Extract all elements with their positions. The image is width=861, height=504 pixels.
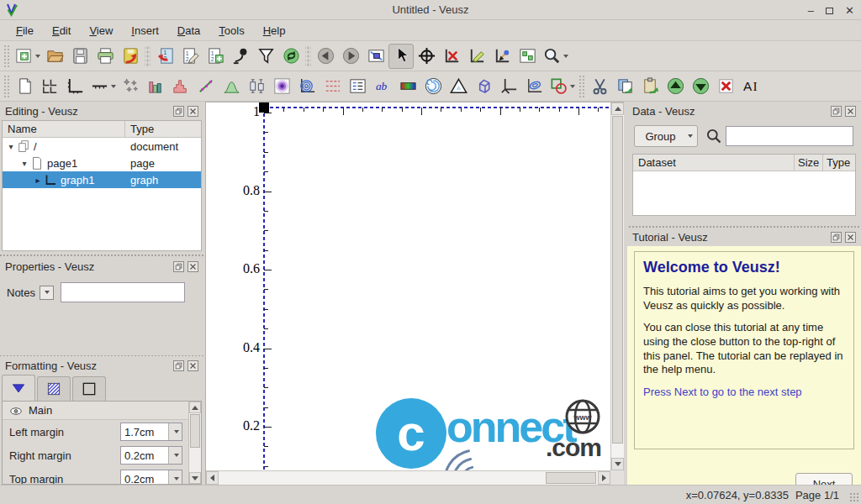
- expander-closed-icon[interactable]: ▸: [33, 176, 43, 185]
- zoom-into-graph-button[interactable]: [464, 44, 489, 69]
- zoom-axes-button[interactable]: [439, 44, 464, 69]
- menu-data[interactable]: Data: [168, 22, 209, 39]
- copy-widget-button[interactable]: [612, 74, 637, 99]
- menu-help[interactable]: Help: [254, 22, 295, 39]
- editing-close-button[interactable]: [188, 106, 198, 117]
- column-name[interactable]: Name: [3, 121, 125, 137]
- add-label-button[interactable]: ab: [370, 74, 395, 99]
- tree-row-page1[interactable]: ▾page1page: [3, 155, 201, 171]
- toolbar-drag-handle[interactable]: [3, 75, 9, 98]
- menu-view[interactable]: View: [80, 22, 122, 39]
- add-key-button[interactable]: [345, 74, 370, 99]
- add-histogram-button[interactable]: [168, 74, 193, 99]
- previous-page-button[interactable]: [313, 44, 338, 69]
- select-items-button[interactable]: [388, 44, 414, 69]
- rename-widget-button[interactable]: AI: [738, 74, 763, 99]
- reload-data-button[interactable]: [278, 44, 304, 69]
- maximize-button[interactable]: [826, 5, 833, 16]
- tutorial-close-button[interactable]: [845, 232, 856, 243]
- cut-widget-button[interactable]: [587, 74, 612, 99]
- setting-combo[interactable]: 0.2cm: [120, 446, 182, 465]
- tab-border-style[interactable]: [72, 376, 106, 401]
- data-float-button[interactable]: [831, 106, 842, 117]
- add-colorbar-button[interactable]: [395, 74, 420, 99]
- menu-tools[interactable]: Tools: [209, 22, 253, 39]
- formatting-scrollbar[interactable]: [188, 402, 201, 484]
- export-document-button[interactable]: [118, 44, 143, 69]
- resize-grip[interactable]: [849, 492, 859, 502]
- column-type[interactable]: Type: [823, 155, 855, 171]
- plot-vertical-scrollbar[interactable]: [610, 102, 624, 470]
- filter-data-button[interactable]: [253, 44, 278, 69]
- next-page-button[interactable]: [338, 44, 363, 69]
- column-type[interactable]: Type: [125, 121, 201, 137]
- zoom-menu-button[interactable]: [540, 44, 570, 69]
- delete-widget-button[interactable]: [713, 74, 738, 99]
- add-vectorfield-button[interactable]: [320, 74, 345, 99]
- formatting-close-button[interactable]: [188, 360, 198, 371]
- add-image-button[interactable]: [269, 74, 294, 99]
- close-button[interactable]: ✕: [845, 5, 854, 16]
- toolbar-drag-handle[interactable]: [3, 45, 9, 68]
- dataset-search-input[interactable]: [726, 126, 853, 146]
- add-fit-button[interactable]: [193, 74, 219, 99]
- new-document-button[interactable]: [12, 44, 42, 69]
- minimize-button[interactable]: –: [808, 5, 814, 16]
- add-ternary-button[interactable]: [446, 74, 471, 99]
- tab-fill-style[interactable]: [37, 376, 71, 401]
- setting-combo[interactable]: 1.7cm: [120, 423, 182, 441]
- add-contour-button[interactable]: [294, 74, 320, 99]
- data-close-button[interactable]: [845, 106, 856, 117]
- plot-page[interactable]: 10.80.60.40.2 c onnect www .com: [206, 102, 610, 470]
- zoom-plot-button[interactable]: [363, 44, 388, 69]
- menu-edit[interactable]: Edit: [43, 22, 80, 39]
- plot-view[interactable]: 10.80.60.40.2 c onnect www .com: [205, 102, 624, 485]
- plot-horizontal-scrollbar[interactable]: [206, 470, 610, 485]
- notes-dropdown-button[interactable]: [40, 286, 54, 300]
- add-polar-button[interactable]: [420, 74, 446, 99]
- view-whole-page-button[interactable]: [515, 44, 540, 69]
- expander-open-icon[interactable]: ▾: [19, 159, 29, 168]
- add-3d-scene-button[interactable]: [471, 74, 496, 99]
- column-dataset[interactable]: Dataset: [633, 155, 795, 171]
- setting-combo[interactable]: 0.2cm: [120, 470, 182, 485]
- create-dataset-button[interactable]: 12: [203, 44, 228, 69]
- add-graph-button[interactable]: [62, 74, 87, 99]
- add-axis-button[interactable]: [87, 74, 118, 99]
- tutorial-float-button[interactable]: [831, 232, 842, 243]
- recenter-graph-button[interactable]: [489, 44, 515, 69]
- expander-open-icon[interactable]: ▾: [6, 142, 16, 151]
- properties-float-button[interactable]: [173, 261, 184, 272]
- group-dropdown[interactable]: Group: [634, 125, 698, 147]
- properties-close-button[interactable]: [188, 261, 198, 272]
- menu-insert[interactable]: Insert: [122, 22, 168, 39]
- add-grid-button[interactable]: [37, 74, 62, 99]
- add-3d-function-button[interactable]: [521, 74, 547, 99]
- formatting-section-main[interactable]: Main: [3, 402, 201, 420]
- tree-row-graph1[interactable]: ▸graph1graph: [3, 171, 201, 188]
- add-function-button[interactable]: [219, 74, 244, 99]
- move-down-widget-button[interactable]: [688, 74, 713, 99]
- save-document-button[interactable]: [67, 44, 92, 69]
- add-shape-button[interactable]: [547, 74, 577, 99]
- tab-main-style[interactable]: [2, 375, 35, 401]
- formatting-float-button[interactable]: [173, 360, 184, 371]
- combo-dropdown-button[interactable]: [168, 423, 182, 440]
- add-xy-button[interactable]: [118, 74, 143, 99]
- tree-row-root[interactable]: ▾/document: [3, 138, 201, 155]
- add-3d-axis-button[interactable]: [496, 74, 521, 99]
- combo-dropdown-button[interactable]: [168, 470, 182, 485]
- menu-file[interactable]: File: [7, 22, 43, 39]
- pan-graph-button[interactable]: [414, 44, 439, 69]
- import-data-button[interactable]: 12: [152, 44, 177, 69]
- notes-input[interactable]: [61, 282, 185, 302]
- editing-float-button[interactable]: [173, 106, 184, 117]
- edit-datasets-button[interactable]: 12: [177, 44, 203, 69]
- add-boxplot-button[interactable]: [244, 74, 269, 99]
- toolbar-drag-handle[interactable]: [578, 75, 584, 98]
- combo-dropdown-button[interactable]: [168, 447, 182, 464]
- open-document-button[interactable]: [42, 44, 67, 69]
- column-size[interactable]: Size: [795, 155, 823, 171]
- print-document-button[interactable]: [92, 44, 118, 69]
- paste-widget-button[interactable]: [637, 74, 663, 99]
